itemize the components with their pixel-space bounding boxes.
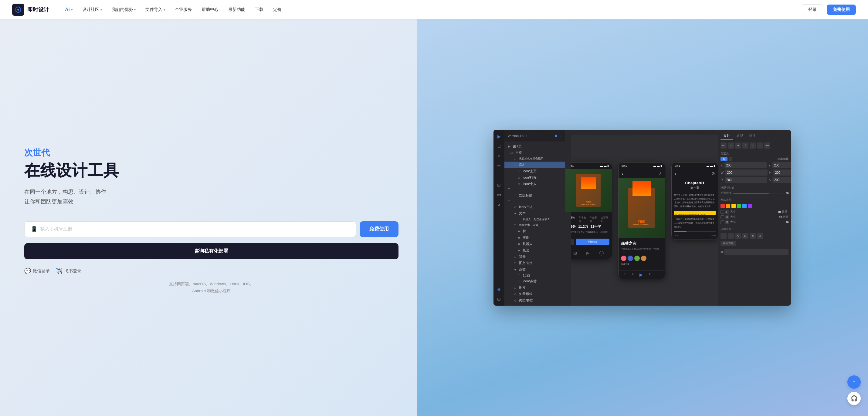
cursor-icon[interactable]: ▶ [495, 132, 503, 141]
layer-christmas[interactable]: T 和别人一起过圣诞节！ [504, 216, 565, 222]
grid-toggle-2[interactable] [720, 215, 724, 219]
wechat-login[interactable]: 💬 微信登录 [24, 268, 50, 274]
align-center-v-button[interactable]: ⬦ [750, 142, 756, 148]
y-input[interactable]: 200 [772, 162, 791, 168]
layer-icon-personal[interactable]: ◇ icon/个人 [504, 204, 565, 210]
component-icon[interactable]: ⊟ [495, 295, 503, 303]
nav-item-help[interactable]: 帮助中心 [198, 5, 222, 14]
login-button[interactable]: 登录 [802, 4, 823, 15]
rotation-input[interactable]: 200 [725, 177, 767, 183]
layer-icon-home[interactable]: ◇ icon/主页 [504, 168, 565, 174]
feishu-login[interactable]: ✈️ 飞书登录 [56, 268, 81, 274]
nav-item-enterprise[interactable]: 企业服务 [171, 5, 195, 14]
align-center-h-button[interactable]: ⬥ [728, 142, 734, 148]
layer-status-bar[interactable]: □ 状态栏/iOS深色适用 [504, 156, 565, 162]
grid-toggle-3[interactable] [720, 220, 724, 224]
pen2-icon[interactable]: ⌀ [495, 200, 503, 209]
nav-item-pricing[interactable]: 定价 [270, 5, 285, 14]
distribute-h-button[interactable]: ⟺ [764, 142, 770, 148]
scroll-to-top-button[interactable]: ↑ [847, 375, 861, 389]
layer-icon-profile[interactable]: ◇ icon/个人 [504, 181, 565, 187]
nav-item-download[interactable]: 下载 [251, 5, 267, 14]
layer-text[interactable]: ■ 文本 [504, 210, 565, 216]
layer-main[interactable]: □ 主页 [504, 149, 565, 156]
component-icon: ◇ [518, 280, 521, 283]
layout-wrap-button[interactable]: ⟲ [735, 233, 741, 239]
layer-like-count[interactable]: T 1322 [504, 273, 565, 278]
tab-design[interactable]: 设计 [720, 132, 733, 140]
shape-icon[interactable]: ○ [495, 151, 503, 160]
layer-page1[interactable]: ▶ 第1页 [504, 143, 565, 149]
layer-gift[interactable]: ■ 礼盒 [504, 247, 565, 253]
layer-frame2[interactable]: □ [504, 199, 565, 204]
add-page-button[interactable]: + [560, 133, 562, 138]
layer-icon[interactable]: ⊕ [495, 285, 503, 293]
clip-btn[interactable]: Q [720, 157, 727, 161]
image-icon[interactable]: ⊞ [495, 181, 503, 189]
layer-card[interactable]: □ 图文卡片 [504, 260, 565, 266]
tab-prototype[interactable]: 原型 [733, 132, 746, 140]
layer-icon-trip[interactable]: ◇ icon/行程 [504, 174, 565, 181]
layer-robot[interactable]: ■ 机器人 [504, 241, 565, 247]
layout-v-button[interactable]: ↓ [728, 233, 734, 239]
grid-toggle-1[interactable] [720, 210, 724, 214]
fire-title: FIRE [586, 201, 591, 203]
count-input[interactable] [724, 249, 788, 255]
fire-title-lg: FIRE [638, 220, 645, 223]
phone-input[interactable]: 📱 输入手机号注册 [24, 221, 356, 237]
consult-button[interactable]: 咨询私有化部署 [24, 243, 399, 259]
layer-vector[interactable]: ◇ 矢量形状 [504, 291, 565, 297]
nav-item-features[interactable]: 最新功能 [225, 5, 249, 14]
layer-bg[interactable]: □ 背景 [504, 253, 565, 260]
nav-item-advantages[interactable]: 我们的优势 ▾ [108, 5, 139, 14]
color-blue[interactable] [742, 204, 747, 208]
w-input[interactable]: 200 [725, 170, 768, 176]
free-use-hero-button[interactable]: 免费使用 [360, 221, 399, 237]
tab-annotation[interactable]: 标注 [746, 132, 759, 140]
grid-view-2[interactable]: ⊞ [725, 215, 729, 219]
layer-patterns[interactable]: □ 图案元素（圣诞） [504, 222, 565, 228]
opacity-input[interactable] [772, 177, 791, 183]
text-icon[interactable]: T [495, 171, 503, 179]
nav-item-import[interactable]: 文件导入 ▾ [142, 5, 169, 14]
x-input[interactable]: 200 [724, 162, 767, 168]
layer-t[interactable]: T [504, 187, 565, 192]
layer-icon-like[interactable]: ◇ icon/点赞 [504, 278, 565, 284]
clip-toggle-2[interactable] [729, 157, 732, 161]
nav-item-community[interactable]: 设计社区 ▾ [79, 5, 105, 14]
align-right-button[interactable]: ⇥ [735, 142, 741, 148]
grid-view-1[interactable]: ≡ [725, 210, 729, 214]
align-left-button[interactable]: ⇤ [720, 142, 726, 148]
layer-main-img[interactable]: ■ 主图 [504, 234, 565, 241]
free-use-button[interactable]: 免费使用 [827, 5, 856, 15]
align-top-button[interactable]: ⇡ [742, 142, 748, 148]
phone-3-topbar: ‹ ⊘ [672, 169, 718, 178]
layer-tree[interactable]: ■ 树 [504, 228, 565, 234]
support-button[interactable]: 🎧 [847, 392, 861, 405]
layer-type-food[interactable]: ◇ 类型/餐饮 [504, 297, 565, 304]
layout-align-3[interactable]: ⊞ [757, 233, 763, 239]
color-yellow[interactable] [732, 204, 736, 208]
rect-icon[interactable]: ▭ [495, 190, 503, 199]
layer-image[interactable]: □ 图片 [504, 284, 565, 291]
align-bottom-button[interactable]: ⇣ [757, 142, 763, 148]
logo[interactable]: 即时设计 [12, 4, 49, 16]
layout-align-1[interactable]: ⊡ [742, 233, 748, 239]
nav-item-ai[interactable]: Ai ▾ [61, 5, 76, 14]
color-red[interactable] [720, 204, 725, 208]
layer-bottom-bar[interactable]: □ 底栏 [504, 162, 565, 168]
layer-like[interactable]: ■ 点赞 [504, 266, 565, 273]
frame-icon[interactable]: □ [495, 142, 503, 150]
pen-icon[interactable]: ✏ [495, 161, 503, 170]
layout-align-2[interactable]: ≡ [750, 233, 756, 239]
fixed-size-btn[interactable]: 固定宽度 [720, 241, 736, 246]
color-purple[interactable] [748, 204, 752, 208]
opacity-slider[interactable] [733, 193, 784, 194]
color-green[interactable] [737, 204, 741, 208]
layout-h-button[interactable]: → [720, 233, 726, 239]
h-input[interactable]: 200 [773, 170, 791, 176]
grid-view-3[interactable]: ⊟ [725, 220, 729, 224]
layer-subtitle[interactable]: T 次级标题 [504, 192, 565, 199]
read-button[interactable]: 开始阅读 [576, 239, 610, 245]
color-orange[interactable] [726, 204, 730, 208]
